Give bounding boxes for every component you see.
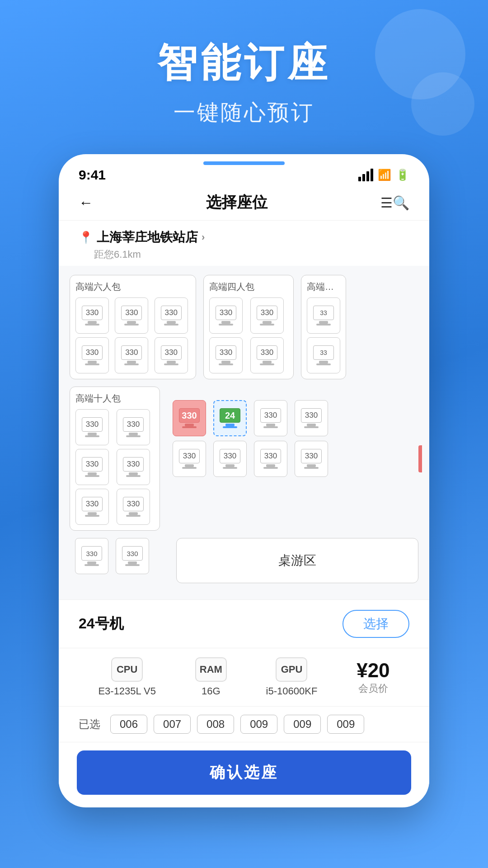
seat-item[interactable]: 330 xyxy=(75,449,109,485)
seat-tag-2[interactable]: 007 xyxy=(154,715,191,734)
spec-cpu: CPU E3-1235L V5 xyxy=(98,657,156,697)
nav-title: 选择座位 xyxy=(206,192,267,213)
seat-item[interactable]: 330 xyxy=(173,441,206,477)
red-indicator xyxy=(418,445,422,472)
seat-item[interactable]: 33 xyxy=(307,337,340,373)
machine-name: 24号机 xyxy=(79,614,124,634)
gpu-label: i5-10600KF xyxy=(266,685,318,697)
hero-title: 智能订座 xyxy=(157,36,331,90)
price-value: ¥20 xyxy=(357,659,389,682)
section-2pack-label: 高端双人 xyxy=(307,281,340,293)
price-item: ¥20 会员价 xyxy=(357,659,389,695)
seat-item[interactable]: 330 xyxy=(75,489,109,525)
location-bar: 📍 上海莘庄地铁站店 › 距您6.1km xyxy=(59,221,429,266)
location-pin-icon: 📍 xyxy=(79,231,93,245)
nav-actions: ☰🔍 xyxy=(380,195,409,211)
select-button[interactable]: 选择 xyxy=(343,610,409,638)
gpu-icon: GPU xyxy=(276,657,307,682)
list-search-icon[interactable]: ☰🔍 xyxy=(380,195,409,211)
section-10pack-left: 高端十人包 330 330 330 330 330 330 xyxy=(70,387,160,531)
seat-item[interactable]: 330 xyxy=(155,337,188,373)
seat-item[interactable]: 330 xyxy=(155,297,188,334)
wifi-icon: 📶 xyxy=(378,169,391,181)
seat-item[interactable]: 330 xyxy=(75,337,109,373)
status-pill xyxy=(203,161,285,165)
selected-label: 已选 xyxy=(79,717,100,731)
status-bar: 9:41 📶 🔋 xyxy=(59,154,429,187)
seat-item[interactable]: 330 xyxy=(295,441,328,477)
location-chevron-icon: › xyxy=(202,231,205,243)
seat-item-selected[interactable]: 24 xyxy=(213,400,247,436)
section-6pack-grid: 330 330 330 330 330 330 xyxy=(75,297,190,373)
seat-item[interactable]: 330 xyxy=(295,400,328,436)
section-4pack: 高端四人包 330 330 330 330 xyxy=(203,275,294,379)
seat-tag-4[interactable]: 009 xyxy=(240,715,277,734)
selected-seats-row: 已选 006 007 008 009 009 009 xyxy=(59,707,429,742)
seat-tag-3[interactable]: 008 xyxy=(197,715,234,734)
price-label: 会员价 xyxy=(358,682,388,695)
signal-icon xyxy=(358,169,373,181)
seat-item[interactable]: 330 xyxy=(254,441,287,477)
seat-item[interactable]: 330 xyxy=(115,337,148,373)
spec-gpu: GPU i5-10600KF xyxy=(266,657,318,697)
seat-item[interactable]: 330 xyxy=(117,489,150,525)
seat-item[interactable]: 33 xyxy=(307,297,340,334)
nav-bar: ← 选择座位 ☰🔍 xyxy=(59,187,429,221)
status-icons: 📶 🔋 xyxy=(358,169,409,181)
seat-item[interactable]: 330 xyxy=(117,409,150,445)
location-distance: 距您6.1km xyxy=(79,248,409,261)
seat-tag-5[interactable]: 009 xyxy=(284,715,321,734)
seat-item[interactable]: 330 xyxy=(209,297,243,334)
seat-item[interactable]: 330 xyxy=(213,441,247,477)
bottom-left-grid: 330 330 xyxy=(70,538,160,574)
confirm-button[interactable]: 确认选座 xyxy=(77,750,411,795)
hero-subtitle: 一键随心预订 xyxy=(174,98,314,127)
seat-tag-1[interactable]: 006 xyxy=(110,715,147,734)
section-10pack-row: 高端十人包 330 330 330 330 330 330 330 24 330… xyxy=(70,387,418,531)
ram-icon: RAM xyxy=(195,657,227,682)
tabletop-label: 桌游区 xyxy=(278,552,316,569)
hero-section: 智能订座 一键随心预订 xyxy=(0,0,488,145)
top-sections-row: 高端六人包 330 330 330 330 330 330 高端四人包 330 … xyxy=(70,275,418,379)
seat-item[interactable]: 330 xyxy=(116,538,149,574)
section-6pack-label: 高端六人包 xyxy=(75,281,190,293)
decorative-circle-2 xyxy=(411,72,474,136)
seat-item[interactable]: 330 xyxy=(115,297,148,334)
section-10pack-right-wrapper: 330 24 330 330 330 330 330 330 xyxy=(167,387,418,531)
section-2pack: 高端双人 33 33 xyxy=(301,275,346,379)
seat-item[interactable]: 330 xyxy=(75,409,109,445)
section-6pack: 高端六人包 330 330 330 330 330 330 xyxy=(70,275,196,379)
section-10pack-left-grid: 330 330 330 330 330 330 xyxy=(75,409,154,525)
section-10pack-label: 高端十人包 xyxy=(75,392,154,405)
bottom-sections-row: 330 330 桌游区 xyxy=(70,538,418,583)
section-4pack-grid: 330 330 330 330 xyxy=(209,297,288,373)
seat-item[interactable]: 330 xyxy=(250,297,284,334)
specs-row: CPU E3-1235L V5 RAM 16G GPU i5-10600KF ¥… xyxy=(59,648,429,707)
section-10pack-bottom-left: 330 330 xyxy=(70,538,160,583)
spec-ram: RAM 16G xyxy=(195,657,227,697)
cpu-label: E3-1235L V5 xyxy=(98,685,156,697)
machine-info-bar: 24号机 选择 xyxy=(59,600,429,648)
seat-map: 高端六人包 330 330 330 330 330 330 高端四人包 330 … xyxy=(59,266,429,599)
seat-item[interactable]: 330 xyxy=(75,297,109,334)
tabletop-area: 桌游区 xyxy=(176,538,418,583)
bottom-section: 24号机 选择 CPU E3-1235L V5 RAM 16G GPU i5-1… xyxy=(59,599,429,795)
seat-item[interactable]: 330 xyxy=(117,449,150,485)
location-name-row[interactable]: 📍 上海莘庄地铁站店 › xyxy=(79,229,409,246)
back-button[interactable]: ← xyxy=(79,194,93,211)
battery-icon: 🔋 xyxy=(396,169,409,181)
status-time: 9:41 xyxy=(79,167,106,183)
seat-item[interactable]: 330 xyxy=(250,337,284,373)
seat-item[interactable]: 330 xyxy=(254,400,287,436)
section-2pack-grid: 33 33 xyxy=(307,297,340,373)
section-4pack-label: 高端四人包 xyxy=(209,281,288,293)
location-name-text: 上海莘庄地铁站店 xyxy=(97,229,198,246)
cpu-icon: CPU xyxy=(111,657,143,682)
seat-item[interactable]: 330 xyxy=(209,337,243,373)
seat-tag-6[interactable]: 009 xyxy=(327,715,364,734)
seat-item[interactable]: 330 xyxy=(75,538,108,574)
ram-label: 16G xyxy=(202,685,221,697)
seat-item-occupied: 330 xyxy=(173,400,206,436)
phone-mockup: 9:41 📶 🔋 ← 选择座位 ☰🔍 📍 上海莘庄地铁站店 › xyxy=(59,154,429,807)
section-10pack-right-grid: 330 24 330 330 330 330 330 330 xyxy=(167,400,418,477)
